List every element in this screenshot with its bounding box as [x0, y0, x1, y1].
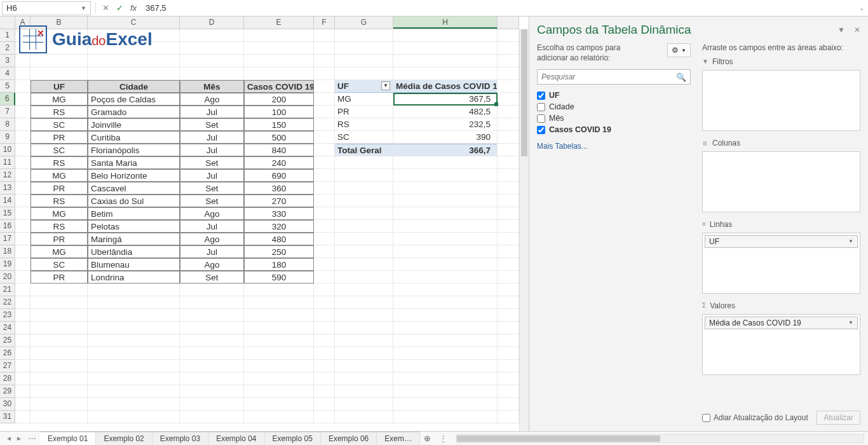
- cell[interactable]: [15, 80, 31, 93]
- cell[interactable]: [88, 309, 180, 322]
- row-header-2[interactable]: 2: [0, 42, 15, 55]
- cell[interactable]: Blumenau: [88, 258, 180, 271]
- cell[interactable]: [335, 411, 393, 423]
- cell[interactable]: [314, 131, 335, 144]
- cell[interactable]: [314, 398, 335, 411]
- row-header-28[interactable]: 28: [0, 373, 15, 385]
- cell[interactable]: [335, 195, 393, 207]
- cell[interactable]: [180, 55, 244, 67]
- cell[interactable]: [393, 245, 498, 258]
- row-header-24[interactable]: 24: [0, 322, 15, 334]
- row-header-10[interactable]: 10: [0, 144, 15, 156]
- cell[interactable]: [335, 347, 393, 360]
- cell[interactable]: Jul: [180, 144, 244, 156]
- cell[interactable]: [88, 284, 180, 296]
- sheet-tab[interactable]: Exemplo 03: [153, 432, 208, 446]
- fx-icon[interactable]: fx: [126, 3, 140, 13]
- cell[interactable]: [314, 385, 335, 398]
- cell[interactable]: [314, 67, 335, 80]
- sheet-tab[interactable]: Exemplo 06: [321, 432, 377, 446]
- cell[interactable]: [393, 322, 498, 334]
- cell[interactable]: [244, 347, 314, 360]
- row-header-8[interactable]: 8: [0, 118, 15, 131]
- cell[interactable]: [393, 271, 498, 284]
- cell[interactable]: [244, 67, 314, 80]
- cell[interactable]: [393, 156, 498, 169]
- cancel-icon[interactable]: ✕: [98, 3, 112, 13]
- cell[interactable]: 200: [244, 93, 314, 106]
- row-header-26[interactable]: 26: [0, 347, 15, 360]
- chevron-down-icon[interactable]: ▼: [848, 320, 853, 325]
- cell[interactable]: [244, 309, 314, 322]
- cell[interactable]: [335, 398, 393, 411]
- cell[interactable]: [244, 29, 314, 42]
- cell[interactable]: [335, 42, 393, 55]
- cell[interactable]: [393, 309, 498, 322]
- cell[interactable]: [15, 322, 31, 334]
- chevron-down-icon[interactable]: ▼: [837, 25, 845, 34]
- cell[interactable]: 367,5: [393, 93, 498, 106]
- filters-drop-area[interactable]: [702, 70, 860, 131]
- cell[interactable]: [335, 322, 393, 334]
- cell[interactable]: Set: [180, 156, 244, 169]
- field-item[interactable]: Cidade: [537, 101, 691, 113]
- cell[interactable]: [314, 29, 335, 42]
- cell[interactable]: 500: [244, 131, 314, 144]
- cell[interactable]: [314, 258, 335, 271]
- cell[interactable]: [314, 182, 335, 195]
- cell[interactable]: [15, 385, 31, 398]
- cell[interactable]: Média de Casos COVID 19: [393, 80, 498, 93]
- cell[interactable]: [393, 296, 498, 309]
- update-button[interactable]: Atualizar: [817, 411, 860, 425]
- row-header-25[interactable]: 25: [0, 334, 15, 347]
- cell[interactable]: [314, 42, 335, 55]
- cell[interactable]: [31, 67, 88, 80]
- field-checkbox[interactable]: [537, 103, 545, 111]
- search-input[interactable]: [541, 72, 676, 81]
- cell[interactable]: SC: [31, 144, 88, 156]
- cell[interactable]: [88, 411, 180, 423]
- cell[interactable]: Londrina: [88, 271, 180, 284]
- cell[interactable]: [314, 80, 335, 93]
- cell[interactable]: [15, 156, 31, 169]
- row-header-31[interactable]: 31: [0, 411, 15, 423]
- cell[interactable]: [31, 296, 88, 309]
- cell[interactable]: [31, 398, 88, 411]
- cell[interactable]: Mês: [180, 80, 244, 93]
- cell[interactable]: [393, 220, 498, 233]
- accept-icon[interactable]: ✓: [112, 3, 126, 13]
- cell[interactable]: [393, 195, 498, 207]
- cell[interactable]: Florianópolis: [88, 144, 180, 156]
- gear-button[interactable]: ⚙▼: [667, 43, 691, 57]
- cell[interactable]: [335, 233, 393, 245]
- sheet-tab[interactable]: Exem…: [377, 432, 420, 446]
- cell[interactable]: [393, 182, 498, 195]
- cell[interactable]: [393, 334, 498, 347]
- search-icon[interactable]: 🔍: [676, 72, 686, 82]
- cell[interactable]: [393, 233, 498, 245]
- cell[interactable]: [180, 309, 244, 322]
- cell[interactable]: PR: [31, 271, 88, 284]
- cell[interactable]: [31, 411, 88, 423]
- chevron-down-icon[interactable]: ▼: [848, 238, 853, 244]
- cell[interactable]: [335, 29, 393, 42]
- row-header-18[interactable]: 18: [0, 245, 15, 258]
- row-header-30[interactable]: 30: [0, 398, 15, 411]
- cell[interactable]: [31, 309, 88, 322]
- cell[interactable]: [31, 347, 88, 360]
- cell[interactable]: 480: [244, 233, 314, 245]
- cell[interactable]: [393, 42, 498, 55]
- cell[interactable]: [335, 245, 393, 258]
- row-header-5[interactable]: 5: [0, 80, 15, 93]
- cell[interactable]: [15, 195, 31, 207]
- row-header-15[interactable]: 15: [0, 207, 15, 220]
- cell[interactable]: [244, 322, 314, 334]
- formula-input[interactable]: 367,5: [140, 1, 855, 15]
- col-header-E[interactable]: E: [244, 17, 314, 29]
- cell[interactable]: [180, 322, 244, 334]
- rows-drop-area[interactable]: UF▼: [702, 233, 860, 294]
- chevron-down-icon[interactable]: ▼: [81, 5, 86, 11]
- close-icon[interactable]: ✕: [854, 25, 860, 34]
- cell[interactable]: RS: [31, 195, 88, 207]
- cell[interactable]: Jul: [180, 169, 244, 182]
